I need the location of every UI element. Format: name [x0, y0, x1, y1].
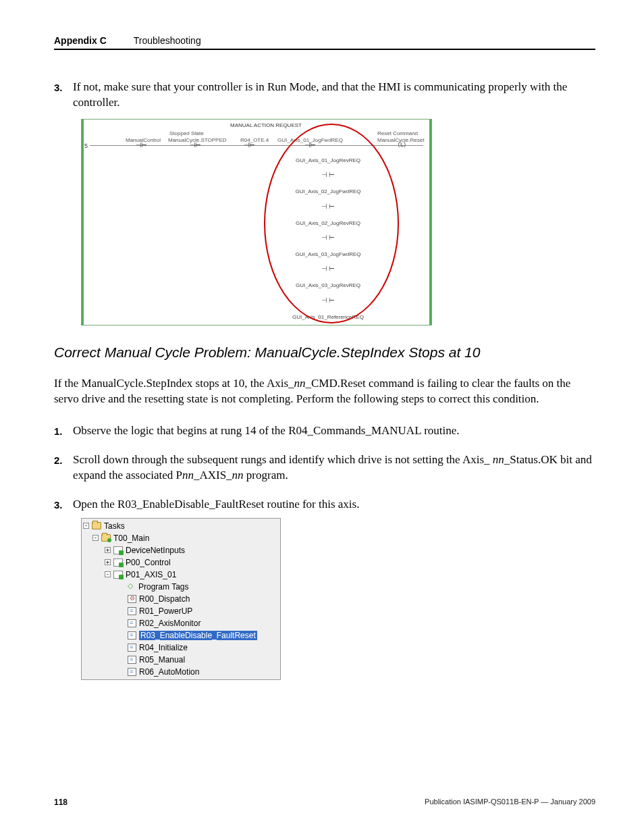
tree-label: R06_AutoMotion [139, 667, 199, 677]
tree-node-program[interactable]: + P00_Control [82, 556, 280, 569]
step-text: Open the R03_EnableDisable_FaultReset ro… [73, 497, 595, 513]
appendix-label: Appendix C [54, 35, 107, 46]
collapse-icon[interactable]: - [105, 571, 111, 577]
step-3: 3. If not, make sure that your controlle… [54, 80, 595, 111]
tree-node-main[interactable]: - T00_Main [82, 532, 280, 544]
program-icon [113, 571, 123, 579]
tree-label: R00_Dispatch [139, 594, 190, 604]
ladder-diagram: MANUAL ACTION REQUEST Stopped State Manu… [81, 119, 432, 325]
contact-icon [136, 141, 149, 149]
tree-node-tasks[interactable]: - Tasks [82, 520, 280, 532]
routine-icon [128, 619, 136, 627]
tree-node-routine[interactable]: R06_AutoMotion [82, 666, 280, 678]
stopped-state-label: Stopped State [169, 130, 204, 136]
expand-icon[interactable]: + [105, 559, 111, 565]
tree-node-routine[interactable]: R02_AxisMonitor [82, 617, 280, 629]
branch-tag-list: GUI_Axis_01_JogRevREQ GUI_Axis_02_JogFwd… [277, 153, 379, 325]
tree-node-routine[interactable]: R04_Initialize [82, 642, 280, 654]
contact-icon [244, 141, 257, 149]
step-3b: 3. Open the R03_EnableDisable_FaultReset… [54, 497, 595, 513]
branch-tag: GUI_Axis_03_JogRevREQ [277, 278, 379, 309]
tree-label: R05_Manual [139, 655, 185, 664]
tree-label: DeviceNetInputs [126, 546, 185, 555]
step-text: If not, make sure that your controller i… [73, 80, 595, 111]
tree-node-program[interactable]: + DeviceNetInputs [82, 544, 280, 556]
figure-tree-view: - Tasks - T00_Main + DeviceNetInputs + P… [81, 518, 595, 680]
branch-tag: GUI_Axis_02_JogRevREQ [277, 216, 379, 247]
tree-node-program[interactable]: - P01_AXIS_01 [82, 569, 280, 581]
tree-label: R01_PowerUP [139, 606, 192, 616]
body-paragraph: If the ManualCycle.StepIndex stops at 10… [54, 375, 595, 407]
tree-node-routine-selected[interactable]: R03_EnableDisable_FaultReset [82, 629, 280, 642]
page-header: Appendix C Troubleshooting [54, 35, 595, 50]
step-1: 1. Observe the logic that begins at rung… [54, 423, 595, 439]
routine-icon [128, 607, 136, 615]
output-latch-icon [398, 141, 411, 149]
expand-icon[interactable]: + [105, 547, 111, 553]
tree-label: Tasks [104, 521, 125, 531]
routine-icon [128, 631, 136, 640]
collapse-icon[interactable]: - [92, 535, 99, 541]
routine-icon [128, 668, 136, 676]
step-text: Observe the logic that begins at rung 14… [73, 423, 595, 439]
tree-node-routine[interactable]: R05_Manual [82, 654, 280, 666]
project-tree[interactable]: - Tasks - T00_Main + DeviceNetInputs + P… [81, 518, 281, 680]
routine-icon [128, 656, 136, 664]
figure-ladder-logic: MANUAL ACTION REQUEST Stopped State Manu… [81, 119, 595, 325]
tree-label: R02_AxisMonitor [139, 619, 200, 628]
tree-node-routine[interactable]: Program Tags [82, 581, 280, 593]
step-number: 2. [54, 452, 73, 484]
step-text: Scroll down through the subsequent rungs… [73, 452, 595, 484]
contact-icon [304, 141, 318, 149]
folder-icon [101, 534, 111, 542]
tree-label: T00_Main [113, 533, 149, 543]
branch-tag: GUI_Axis_01_ReferenceREQ [277, 310, 379, 325]
step-number: 3. [54, 497, 73, 513]
contact-icon [190, 141, 203, 149]
page-footer: 118 Publication IASIMP-QS011B-EN-P — Jan… [54, 798, 595, 807]
subsection-heading: Correct Manual Cycle Problem: ManualCycl… [54, 344, 595, 361]
rung-number: 5 [84, 142, 88, 149]
tree-label-selected: R03_EnableDisable_FaultReset [139, 631, 257, 640]
tree-label: P00_Control [126, 558, 171, 567]
program-icon [113, 546, 123, 554]
folder-icon [92, 522, 101, 529]
branch-tag: GUI_Axis_02_JogFwdREQ [277, 184, 379, 215]
tree-node-routine[interactable]: R01_PowerUP [82, 605, 280, 617]
reset-command-label: Reset Command [377, 130, 418, 136]
step-number: 1. [54, 423, 73, 439]
tree-label: R04_Initialize [139, 643, 188, 652]
step-number: 3. [54, 80, 73, 111]
tag-icon [128, 583, 136, 591]
routine-icon [128, 595, 136, 603]
routine-icon [128, 644, 136, 652]
tree-label: Program Tags [138, 582, 188, 592]
step-2: 2. Scroll down through the subsequent ru… [54, 452, 595, 484]
section-label: Troubleshooting [134, 35, 201, 46]
branch-tag: GUI_Axis_01_JogRevREQ [277, 153, 379, 184]
branch-tag: GUI_Axis_03_JogFwdREQ [277, 247, 379, 278]
tree-node-routine[interactable]: R00_Dispatch [82, 593, 280, 605]
ladder-title: MANUAL ACTION REQUEST [230, 122, 302, 128]
tree-label: P01_AXIS_01 [126, 570, 176, 579]
program-icon [113, 558, 123, 567]
publication-info: Publication IASIMP-QS011B-EN-P — January… [425, 798, 595, 807]
collapse-icon[interactable]: - [83, 523, 89, 529]
page-number: 118 [54, 798, 68, 807]
